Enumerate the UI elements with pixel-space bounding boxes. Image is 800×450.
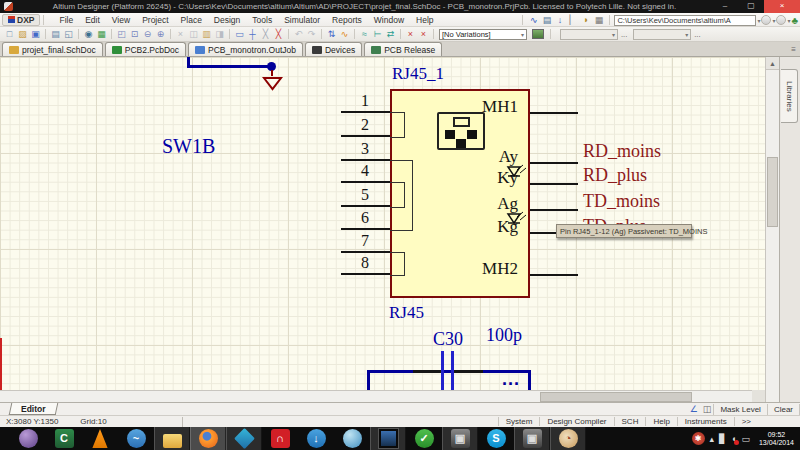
clear-button[interactable]: Clear [767, 404, 800, 415]
download-arrow-icon[interactable]: ↓ [298, 427, 334, 450]
printer3d-icon[interactable]: ▣ [442, 427, 478, 450]
file-explorer-icon[interactable] [154, 427, 190, 450]
menu-place[interactable]: Place [175, 15, 208, 25]
menu-project[interactable]: Project [136, 15, 174, 25]
document-tab-2[interactable]: PCB2.PcbDoc [105, 42, 186, 56]
ground-symbol-icon[interactable] [262, 76, 283, 91]
pin-line[interactable] [341, 228, 390, 230]
altium-diamond-icon[interactable] [226, 427, 262, 450]
capacitor-value[interactable]: 100p [486, 325, 522, 346]
toolbar-icon[interactable]: × [404, 28, 417, 41]
menu-reports[interactable]: Reports [326, 15, 368, 25]
pin-line[interactable] [341, 205, 390, 207]
toolbar-icon[interactable]: □ [3, 28, 16, 41]
net-label[interactable]: RD_moins [583, 141, 661, 162]
panel-button-help[interactable]: Help [645, 417, 676, 426]
menu-design[interactable]: Design [208, 15, 246, 25]
browse-button-1[interactable]: ... [621, 30, 627, 39]
menu-edit[interactable]: Edit [79, 15, 106, 25]
antivirus-check-icon[interactable]: ✓ [406, 427, 442, 450]
net-label[interactable]: RD_plus [583, 165, 647, 186]
component-designator-bottom[interactable]: RJ45 [389, 303, 424, 323]
close-button[interactable]: × [764, 0, 800, 13]
toolbar-icon[interactable]: ▣ [29, 28, 42, 41]
disabled-combo-1[interactable]: ▾ [560, 29, 618, 40]
libraries-panel-tab[interactable]: Libraries [781, 69, 798, 123]
remote-desktop-icon[interactable] [370, 427, 406, 450]
forward-button[interactable] [776, 15, 786, 25]
blue-sphere-icon[interactable] [334, 427, 370, 450]
toolbar-icon[interactable]: ▦ [95, 28, 108, 41]
wire-segment[interactable] [528, 370, 531, 391]
minimize-button[interactable]: – [712, 0, 738, 13]
network-icon[interactable]: ▭ [741, 434, 750, 444]
paint-icon[interactable]: ◔ [550, 427, 586, 450]
pin-line[interactable] [341, 159, 390, 161]
document-tab-3[interactable]: PCB_monotron.OutJob [188, 42, 303, 56]
panel-button-instruments[interactable]: Instruments [677, 417, 734, 426]
home-plant-icon[interactable]: ♣ [791, 15, 798, 26]
firefox-icon[interactable] [190, 427, 226, 450]
skype-icon[interactable]: S [478, 427, 514, 450]
tab-overflow-icon[interactable]: ≡ [791, 45, 796, 54]
forward-dropdown-icon[interactable]: ▾ [787, 17, 790, 24]
avira-icon[interactable]: ∩ [262, 427, 298, 450]
toolbar-icon[interactable]: ⇄ [384, 28, 397, 41]
toolbar-icon[interactable]: ◱ [62, 28, 75, 41]
pencil-icon[interactable]: ∠ [687, 403, 700, 416]
component-designator[interactable]: RJ45_1 [392, 64, 444, 84]
clock[interactable]: 09:52 13/04/2014 [759, 431, 794, 447]
tray-alert-icon[interactable]: ✱ [692, 432, 705, 445]
toolbar-icon[interactable]: × [417, 28, 430, 41]
toolbar-icon[interactable]: ◗ [579, 14, 592, 27]
menu-file[interactable]: File [53, 15, 79, 25]
schematic-canvas[interactable]: SW1B RJ45_1 12345678 MH1AyKyAgKgMH2 RJ45… [0, 57, 765, 402]
codeblocks-icon[interactable]: C [46, 427, 82, 450]
maximize-button[interactable]: ▢ [738, 0, 764, 13]
pin-line[interactable] [530, 183, 578, 185]
capacitor-plate[interactable] [441, 351, 444, 390]
pin-line[interactable] [341, 111, 390, 113]
menu-help[interactable]: Help [410, 15, 439, 25]
pin-line[interactable] [341, 273, 390, 275]
toolbar-icon[interactable]: ↓ [553, 14, 566, 27]
toolbar-icon[interactable]: ▭ [233, 28, 246, 41]
switch-part-label[interactable]: SW1B [162, 135, 215, 158]
toolbar-icon[interactable]: ⇅ [325, 28, 338, 41]
mask-level-button[interactable]: Mask Level [713, 404, 766, 415]
toolbar-icon[interactable]: ▤ [49, 28, 62, 41]
panel-button-sch[interactable]: SCH [614, 417, 646, 426]
document-tab-1[interactable]: projet_final.SchDoc [2, 42, 103, 56]
panel-button-designcompiler[interactable]: Design Compiler [539, 417, 613, 426]
pin-line[interactable] [530, 162, 578, 164]
pin-line[interactable] [530, 112, 578, 114]
toolbar-icon[interactable]: ▏ [566, 14, 579, 27]
toolbar-icon[interactable]: ▥ [200, 28, 213, 41]
toolbar-icon[interactable]: ◫ [187, 28, 200, 41]
toolbar-icon[interactable]: ▤ [540, 14, 553, 27]
toolbar-icon[interactable]: ⊡ [128, 28, 141, 41]
toolbar-icon[interactable]: ▦ [592, 14, 605, 27]
tray-chevron-icon[interactable]: ▴ [710, 434, 715, 444]
document-tab-5[interactable]: PCB Release [364, 42, 442, 56]
panel-button-system[interactable]: System [498, 417, 540, 426]
pin-line[interactable] [341, 251, 390, 253]
openoffice-icon[interactable]: ~ [118, 427, 154, 450]
toolbar-icon[interactable]: ↶ [292, 28, 305, 41]
capacitor-designator[interactable]: C30 [433, 329, 463, 350]
browser-sphere-icon[interactable] [10, 427, 46, 450]
toolbar-icon[interactable]: ◰ [115, 28, 128, 41]
disabled-combo-2[interactable]: ▾ [633, 29, 691, 40]
back-button[interactable] [761, 15, 771, 25]
toolbar-icon[interactable]: ┼ [246, 28, 259, 41]
horizontal-scrollbar-thumb[interactable] [540, 392, 692, 402]
menu-simulator[interactable]: Simulator [278, 15, 326, 25]
vertical-scrollbar[interactable]: ▲ [765, 57, 779, 402]
dxp-menu-button[interactable]: DXP [2, 14, 40, 26]
toolbar-icon[interactable]: ⊖ [141, 28, 154, 41]
toolbar-icon[interactable]: ∿ [527, 14, 540, 27]
back-dropdown-icon[interactable]: ▾ [772, 17, 775, 24]
volume-icon[interactable]: ◖ [731, 434, 736, 444]
capacitor-plate[interactable] [451, 351, 454, 390]
vlc-icon[interactable] [82, 427, 118, 450]
